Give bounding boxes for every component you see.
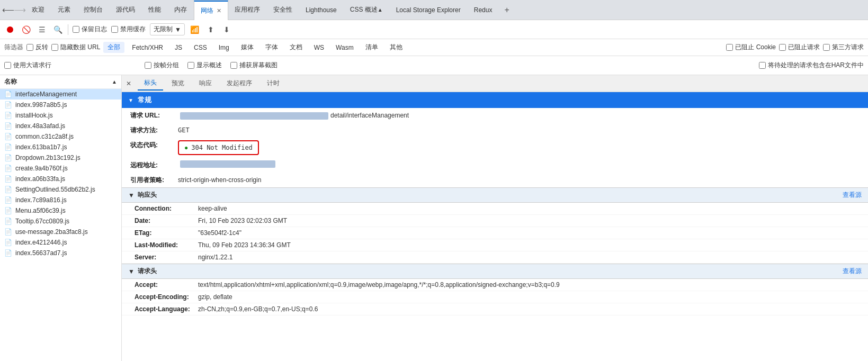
capture-screenshot-checkbox[interactable]: 捕获屏幕截图 (230, 61, 278, 70)
filter-js[interactable]: JS (171, 43, 186, 52)
file-item-6[interactable]: 📄 Dropdown.2b13c192.js (0, 152, 121, 163)
filter-doc[interactable]: 文档 (285, 42, 307, 53)
group-by-frame-checkbox[interactable]: 按帧分组 (145, 61, 179, 70)
resp-connection: Connection: keep-alive (122, 203, 868, 215)
include-har-checkbox[interactable]: 将待处理的请求包含在HAR文件中 (759, 61, 864, 70)
file-item-1[interactable]: 📄 index.9987a8b5.js (0, 100, 121, 110)
status-box: ● 304 Not Modified (178, 140, 259, 155)
file-item-8[interactable]: 📄 index.a06b33fa.js (0, 174, 121, 184)
tab-memory[interactable]: 内存 (168, 0, 194, 20)
filter-ws[interactable]: WS (310, 43, 328, 52)
disable-cache-checkbox[interactable]: 禁用缓存 (111, 25, 146, 34)
request-method-row: 请求方法: GET (122, 123, 868, 138)
record-button[interactable] (4, 24, 16, 35)
file-item-10[interactable]: 📄 index.7c89a816.js (0, 195, 121, 205)
close-network-tab[interactable]: ✕ (217, 7, 221, 14)
resp-server: Server: nginx/1.22.1 (122, 251, 868, 264)
preserve-log-checkbox[interactable]: 保留日志 (73, 25, 107, 34)
file-icon-5: 📄 (4, 143, 12, 151)
filter-fetch-xhr[interactable]: Fetch/XHR (128, 43, 167, 52)
filter-all[interactable]: 全部 (103, 42, 124, 53)
resp-last-modified: Last-Modified: Thu, 09 Feb 2023 14:36:34… (122, 239, 868, 251)
sub-tab-bar: ✕ 标头 预览 响应 发起程序 计时 (122, 75, 868, 92)
tab-welcome[interactable]: 欢迎 (25, 0, 51, 20)
tab-initiator[interactable]: 发起程序 (220, 77, 258, 90)
headers-content: ▼ 常规 请求 URL: detail/interfaceManagement … (122, 92, 868, 361)
response-headers-title: ▼ 响应头 (128, 191, 157, 200)
status-code-row: 状态代码: ● 304 Not Modified (122, 138, 868, 158)
invert-checkbox[interactable]: 反转 (26, 43, 48, 52)
file-icon-11: 📄 (4, 207, 12, 214)
filter-img[interactable]: Img (214, 43, 234, 52)
close-detail-button[interactable]: ✕ (126, 80, 131, 87)
filter-css[interactable]: CSS (190, 43, 211, 52)
filter-font[interactable]: 字体 (261, 42, 282, 53)
wifi-icon[interactable]: 📶 (189, 24, 201, 35)
add-tab-button[interactable]: + (499, 5, 514, 15)
file-icon-0: 📄 (4, 91, 12, 98)
file-item-14[interactable]: 📄 index.e4212446.js (0, 237, 121, 248)
hide-data-urls-checkbox[interactable]: 隐藏数据 URL (51, 43, 100, 52)
tab-response[interactable]: 响应 (193, 77, 218, 90)
upload-icon[interactable]: ⬆ (205, 24, 217, 35)
options-bar: 使用大请求行 按帧分组 显示概述 捕获屏幕截图 将待处理的请求包含在HAR文件中 (0, 56, 868, 75)
scroll-up-icon: ▲ (112, 79, 117, 85)
tab-console[interactable]: 控制台 (77, 0, 110, 20)
show-overview-checkbox[interactable]: 显示概述 (187, 61, 222, 70)
search-button[interactable]: 🔍 (52, 24, 64, 35)
tab-css-overview[interactable]: CSS 概述 ▲ (344, 0, 390, 20)
blocked-cookies-checkbox[interactable]: 已阻止 Cookie (726, 43, 776, 52)
filter-media[interactable]: 媒体 (237, 42, 258, 53)
file-item-4[interactable]: 📄 common.c31c2a8f.js (0, 131, 121, 142)
dropdown-arrow-icon: ▼ (175, 26, 181, 33)
tab-preview[interactable]: 预览 (165, 77, 191, 90)
filter-icon[interactable]: ☰ (36, 24, 48, 35)
file-icon-6: 📄 (4, 154, 12, 161)
status-code-label: 状态代码: (130, 140, 178, 150)
file-item-3[interactable]: 📄 index.48a3afad.js (0, 121, 121, 131)
request-method-value: GET (178, 125, 190, 135)
file-item-7[interactable]: 📄 create.9a4b760f.js (0, 163, 121, 174)
tab-redux[interactable]: Redux (468, 0, 499, 20)
file-item-12[interactable]: 📄 Tooltip.67cc0809.js (0, 216, 121, 227)
general-section-header[interactable]: ▼ 常规 (122, 92, 868, 108)
network-toolbar: 🚫 ☰ 🔍 保留日志 禁用缓存 无限制 ▼ 📶 ⬆ ⬇ (0, 20, 868, 39)
view-request-source[interactable]: 查看源 (843, 267, 862, 276)
file-icon-2: 📄 (4, 112, 12, 119)
tab-security[interactable]: 安全性 (267, 0, 299, 20)
tab-timing[interactable]: 计时 (261, 77, 286, 90)
clear-button[interactable]: 🚫 (20, 24, 32, 35)
file-item-0[interactable]: 📄 interfaceManagement (0, 89, 121, 100)
file-item-5[interactable]: 📄 index.613ba1b7.js (0, 142, 121, 152)
tab-lighthouse[interactable]: Lighthouse (299, 0, 344, 20)
file-icon-4: 📄 (4, 133, 12, 140)
file-item-2[interactable]: 📄 installHook.js (0, 110, 121, 121)
filter-manifest[interactable]: 清单 (361, 42, 382, 53)
third-party-checkbox[interactable]: 第三方请求 (823, 43, 864, 52)
tab-application[interactable]: 应用程序 (228, 0, 267, 20)
request-headers-title: ▼ 请求头 (128, 267, 157, 276)
blocked-requests-checkbox[interactable]: 已阻止请求 (779, 43, 820, 52)
file-item-9[interactable]: 📄 SettingOutlined.55db62b2.js (0, 184, 121, 195)
tab-elements[interactable]: 元素 (51, 0, 77, 20)
tab-sources[interactable]: 源代码 (110, 0, 142, 20)
filter-wasm[interactable]: Wasm (332, 43, 358, 52)
back-button[interactable]: ⟵ (2, 4, 14, 16)
triangle-icon: ▼ (128, 97, 133, 103)
large-row-checkbox[interactable]: 使用大请求行 (4, 61, 51, 70)
file-item-13[interactable]: 📄 use-message.2ba3fac8.js (0, 227, 121, 237)
tab-network[interactable]: 网络 ✕ (194, 1, 228, 20)
forward-button[interactable]: ⟶ (14, 4, 25, 16)
status-code-value: ● 304 Not Modified (178, 140, 259, 155)
view-response-source[interactable]: 查看源 (843, 191, 862, 200)
tab-headers[interactable]: 标头 (138, 76, 163, 91)
filter-other[interactable]: 其他 (386, 42, 407, 53)
request-url-row: 请求 URL: detail/interfaceManagement (122, 108, 868, 123)
download-icon[interactable]: ⬇ (221, 24, 232, 35)
tab-performance[interactable]: 性能 (142, 0, 168, 20)
tab-local-storage[interactable]: Local Storage Explorer (390, 0, 468, 20)
file-item-11[interactable]: 📄 Menu.a5f06c39.js (0, 205, 121, 216)
status-ok-icon: ● (184, 143, 188, 152)
file-item-15[interactable]: 📄 index.56637ad7.js (0, 248, 121, 258)
throttle-dropdown[interactable]: 无限制 ▼ (150, 23, 185, 35)
